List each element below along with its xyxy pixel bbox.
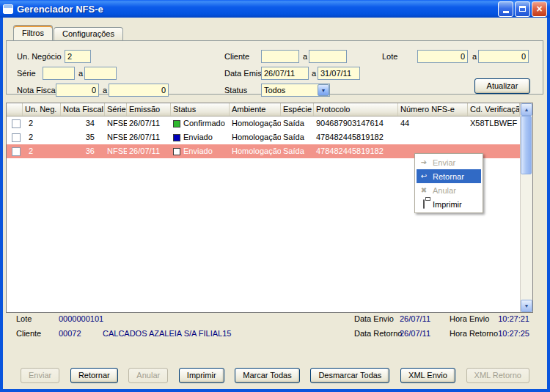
nota-fiscal-cell: 35: [61, 130, 105, 144]
app-icon: [3, 4, 13, 14]
checkbox-cell: [7, 117, 23, 130]
footer-hora-retorno-label: Hora Retorno: [450, 328, 498, 339]
row-checkbox[interactable]: [12, 147, 21, 156]
cliente-to-input[interactable]: [309, 50, 347, 63]
cliente-label: Cliente: [224, 50, 249, 63]
context-menu: ➔ Enviar ↩ Retornar ✖ Anular Imprimir: [414, 153, 483, 213]
filter-panel: Un. Negócio Cliente a Lote a Série a Dat…: [6, 40, 543, 95]
footer-data-envio-value: 26/07/11: [400, 314, 430, 325]
titlebar: Gerenciador NFS-e ×: [0, 0, 550, 18]
context-menu-item-imprimir[interactable]: Imprimir: [417, 197, 481, 211]
row-checkbox[interactable]: [12, 133, 21, 142]
context-menu-item-anular: ✖ Anular: [417, 183, 481, 197]
cliente-range-separator: a: [303, 50, 307, 63]
header-serie[interactable]: Série: [105, 103, 127, 116]
vertical-scrollbar[interactable]: ▲ ▼: [520, 103, 532, 312]
header-protocolo[interactable]: Protocolo: [314, 103, 398, 116]
close-button[interactable]: ×: [532, 1, 547, 17]
serie-range-separator: a: [78, 67, 83, 80]
header-especie[interactable]: Espécie: [281, 103, 314, 116]
send-icon: ➔: [419, 158, 429, 166]
ambiente-cell: Homologação: [230, 144, 281, 158]
status-text: Enviado: [183, 144, 213, 158]
xml-envio-button[interactable]: XML Envio: [400, 368, 455, 383]
nota-fiscal-to-input[interactable]: [109, 84, 169, 97]
header-cd-verificacao[interactable]: Cd. Verificação: [468, 103, 520, 116]
window-title: Gerenciador NFS-e: [17, 4, 494, 15]
tab-configuracoes[interactable]: Configurações: [54, 27, 123, 40]
context-menu-item-retornar[interactable]: ↩ Retornar: [417, 169, 481, 183]
nota-fiscal-from-input[interactable]: [56, 84, 99, 97]
nota-fiscal-label: Nota Fiscal: [17, 84, 57, 97]
minimize-icon: [503, 11, 509, 13]
marcar-todas-button[interactable]: Marcar Todas: [235, 368, 299, 383]
un-negocio-input[interactable]: [65, 50, 91, 63]
status-enviado-icon: [173, 134, 180, 141]
scrollbar-track[interactable]: [521, 116, 532, 300]
serie-cell: NFSE: [105, 144, 127, 158]
status-enviado-icon: [173, 148, 180, 155]
context-menu-label: Enviar: [433, 158, 455, 167]
desmarcar-todas-button[interactable]: Desmarcar Todas: [310, 368, 389, 383]
header-ambiente[interactable]: Ambiente: [230, 103, 281, 116]
data-emissao-from-input[interactable]: [261, 67, 309, 80]
footer-hora-envio-value: 10:27:21: [498, 314, 529, 325]
emissao-cell: 26/07/11: [127, 117, 171, 130]
retornar-button[interactable]: Retornar: [70, 368, 118, 383]
header-un-neg[interactable]: Un. Neg.: [23, 103, 61, 116]
un-neg-cell: 2: [23, 117, 61, 130]
chevron-down-icon[interactable]: ▼: [318, 84, 329, 96]
header-nota-fiscal[interactable]: Nota Fiscal: [61, 103, 105, 116]
ambiente-cell: Homologação: [230, 130, 281, 144]
un-neg-cell: 2: [23, 130, 61, 144]
numero-nfse-cell: [398, 130, 468, 144]
lote-from-input[interactable]: [417, 50, 468, 63]
footer-lote-label: Lote: [16, 314, 32, 325]
scroll-down-icon[interactable]: ▼: [521, 300, 532, 312]
especie-cell: Saída: [281, 144, 314, 158]
footer-lote-value: 0000000101: [59, 314, 103, 325]
data-emissao-to-input[interactable]: [318, 67, 360, 80]
scroll-up-icon[interactable]: ▲: [521, 103, 532, 116]
cliente-from-input[interactable]: [261, 50, 299, 63]
cd-verificacao-cell: X58TLBWEF: [468, 117, 520, 130]
context-menu-label: Retornar: [433, 172, 464, 181]
table-row[interactable]: 2 35 NFSE 26/07/11 Enviado Homologação S…: [7, 130, 520, 144]
footer-data-retorno-value: 26/07/11: [400, 328, 430, 339]
app-window: Gerenciador NFS-e × Filtros Configuraçõe…: [0, 0, 550, 392]
header-emissao[interactable]: Emissão: [127, 103, 171, 116]
row-checkbox[interactable]: [12, 119, 21, 128]
header-checkbox[interactable]: [7, 103, 23, 116]
serie-cell: NFSE: [105, 130, 127, 144]
serie-to-input[interactable]: [84, 67, 117, 80]
maximize-button[interactable]: [515, 1, 530, 17]
tab-filtros[interactable]: Filtros: [13, 25, 53, 40]
especie-cell: Saída: [281, 130, 314, 144]
atualizar-button[interactable]: Atualizar: [474, 78, 530, 94]
ambiente-cell: Homologação: [230, 117, 281, 130]
especie-cell: Saída: [281, 117, 314, 130]
serie-from-input[interactable]: [43, 67, 75, 80]
numero-nfse-cell: 44: [398, 117, 468, 130]
serie-label: Série: [17, 67, 36, 80]
status-text: Confirmado: [183, 117, 225, 130]
protocolo-cell: 478482445819182: [314, 144, 398, 158]
footer-hora-retorno-value: 10:27:25: [498, 328, 529, 339]
lote-range-separator: a: [472, 50, 477, 63]
table-row[interactable]: 2 34 NFSE 26/07/11 Confirmado Homologaçã…: [7, 117, 520, 130]
imprimir-button[interactable]: Imprimir: [179, 368, 224, 383]
status-label: Status: [224, 84, 247, 97]
minimize-button[interactable]: [498, 1, 513, 17]
status-dropdown[interactable]: Todos ▼: [261, 84, 330, 97]
header-status[interactable]: Status: [171, 103, 230, 116]
checkbox-cell: [7, 144, 23, 158]
footer-cliente-code: 00072: [59, 328, 81, 339]
un-neg-cell: 2: [23, 144, 61, 158]
lote-to-input[interactable]: [478, 50, 529, 63]
header-numero-nfse[interactable]: Número NFS-e: [398, 103, 468, 116]
bottom-button-bar: Enviar Retornar Anular Imprimir Marcar T…: [21, 368, 529, 383]
cd-verificacao-cell: [468, 130, 520, 144]
serie-cell: NFSE: [105, 117, 127, 130]
scrollbar-thumb[interactable]: [521, 116, 532, 174]
maximize-icon: [519, 6, 526, 12]
